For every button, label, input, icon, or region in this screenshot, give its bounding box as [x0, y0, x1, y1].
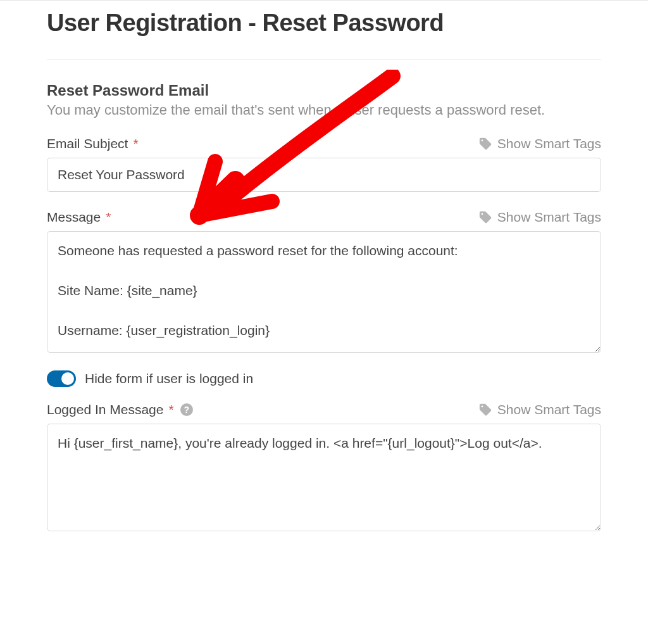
help-icon[interactable]: ? [180, 403, 193, 416]
message-textarea[interactable] [47, 231, 601, 353]
show-smart-tags-message[interactable]: Show Smart Tags [478, 210, 601, 225]
email-subject-label-text: Email Subject [47, 136, 128, 151]
logged-in-message-row: Logged In Message * ? Show Smart Tags [47, 402, 601, 417]
settings-container: User Registration - Reset Password Reset… [0, 9, 648, 572]
email-subject-input[interactable] [47, 158, 601, 192]
email-subject-row: Email Subject * Show Smart Tags [47, 136, 601, 151]
logged-in-message-label: Logged In Message * ? [47, 402, 193, 417]
tag-icon [478, 403, 492, 417]
required-marker: * [168, 402, 173, 417]
smart-tags-label: Show Smart Tags [497, 210, 601, 225]
hide-form-toggle-label: Hide form if user is logged in [85, 371, 253, 386]
smart-tags-label: Show Smart Tags [497, 402, 601, 417]
required-marker: * [133, 136, 138, 151]
message-row: Message * Show Smart Tags [47, 210, 601, 225]
hide-form-toggle-row: Hide form if user is logged in [47, 370, 601, 387]
toggle-knob [61, 372, 74, 385]
message-label: Message * [47, 210, 111, 225]
section-divider [47, 60, 601, 60]
message-label-text: Message [47, 210, 101, 225]
tag-icon [478, 137, 492, 151]
hide-form-toggle[interactable] [47, 370, 76, 387]
section-description: You may customize the email that's sent … [47, 102, 601, 118]
required-marker: * [106, 210, 111, 225]
page-title: User Registration - Reset Password [47, 9, 601, 37]
show-smart-tags-logged[interactable]: Show Smart Tags [478, 402, 601, 417]
logged-in-message-label-text: Logged In Message [47, 402, 163, 417]
smart-tags-label: Show Smart Tags [497, 136, 601, 151]
logged-in-message-textarea[interactable] [47, 424, 601, 531]
top-divider [0, 0, 648, 1]
section-title: Reset Password Email [47, 82, 601, 99]
show-smart-tags-subject[interactable]: Show Smart Tags [478, 136, 601, 151]
email-subject-label: Email Subject * [47, 136, 139, 151]
tag-icon [478, 210, 492, 224]
